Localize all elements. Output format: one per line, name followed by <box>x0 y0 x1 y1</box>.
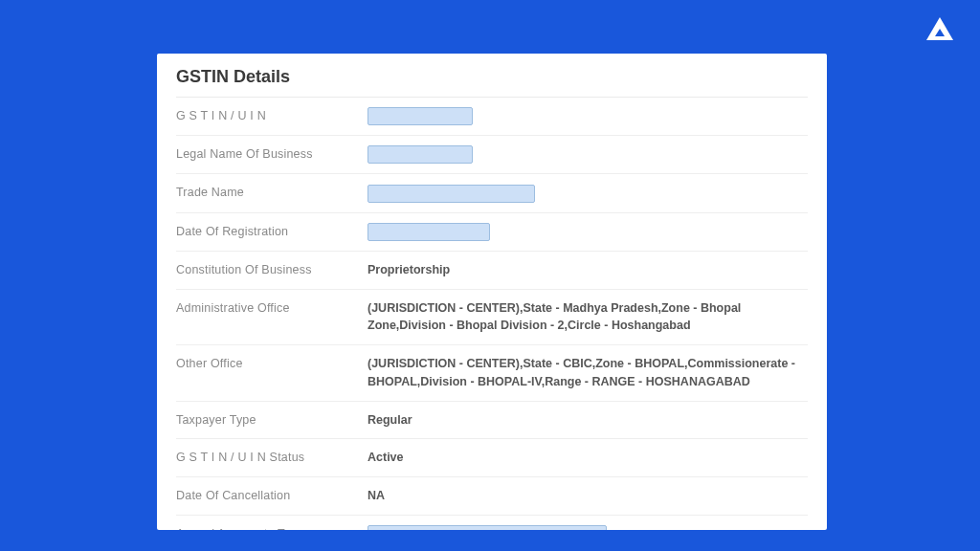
detail-row: Date Of Registration <box>176 213 808 252</box>
detail-label: Taxpayer Type <box>176 411 368 427</box>
detail-value <box>368 184 808 202</box>
detail-value: (JURISDICTION - CENTER),State - Madhya P… <box>368 299 808 336</box>
redacted-field <box>368 185 535 203</box>
detail-value: (JURISDICTION - CENTER),State - CBIC,Zon… <box>368 355 808 391</box>
detail-row: Taxpayer TypeRegular <box>176 402 808 440</box>
detail-label: Trade Name <box>176 184 368 199</box>
redacted-field <box>368 107 473 125</box>
redacted-field <box>368 145 473 164</box>
detail-label: Annual Aggregate Turnover <box>176 525 368 530</box>
detail-label: G S T I N / U I N <box>176 107 368 122</box>
detail-row: Constitution Of BusinessProprietorship <box>176 252 808 290</box>
gstin-details-card: GSTIN Details G S T I N / U I NLegal Nam… <box>157 54 827 530</box>
details-list: G S T I N / U I NLegal Name Of BusinessT… <box>176 98 808 530</box>
detail-row: Legal Name Of Business <box>176 136 808 174</box>
detail-value: Proprietorship <box>368 261 808 279</box>
detail-row: Administrative Office(JURISDICTION - CEN… <box>176 290 808 346</box>
page-title: GSTIN Details <box>176 67 808 98</box>
detail-value <box>368 525 808 530</box>
redacted-field <box>368 525 607 530</box>
detail-label: Date Of Registration <box>176 223 368 238</box>
detail-value <box>368 107 808 125</box>
detail-row: Other Office(JURISDICTION - CENTER),Stat… <box>176 345 808 402</box>
detail-value <box>368 145 808 164</box>
detail-label: Date Of Cancellation <box>176 487 368 502</box>
detail-label: Constitution Of Business <box>176 261 368 276</box>
detail-label: G S T I N / U I N Status <box>176 449 368 464</box>
detail-row: Annual Aggregate Turnover <box>176 516 808 530</box>
detail-row: G S T I N / U I N <box>176 98 808 136</box>
detail-row: G S T I N / U I N StatusActive <box>176 439 808 477</box>
detail-label: Administrative Office <box>176 299 368 315</box>
detail-value: Active <box>368 449 808 467</box>
detail-label: Legal Name Of Business <box>176 145 368 161</box>
detail-value: Regular <box>368 411 808 430</box>
detail-value <box>368 223 808 241</box>
detail-row: Date Of CancellationNA <box>176 477 808 516</box>
detail-value: NA <box>368 487 808 505</box>
brand-logo-icon <box>926 17 953 40</box>
redacted-field <box>368 223 490 241</box>
detail-row: Trade Name <box>176 174 808 212</box>
detail-label: Other Office <box>176 355 368 370</box>
